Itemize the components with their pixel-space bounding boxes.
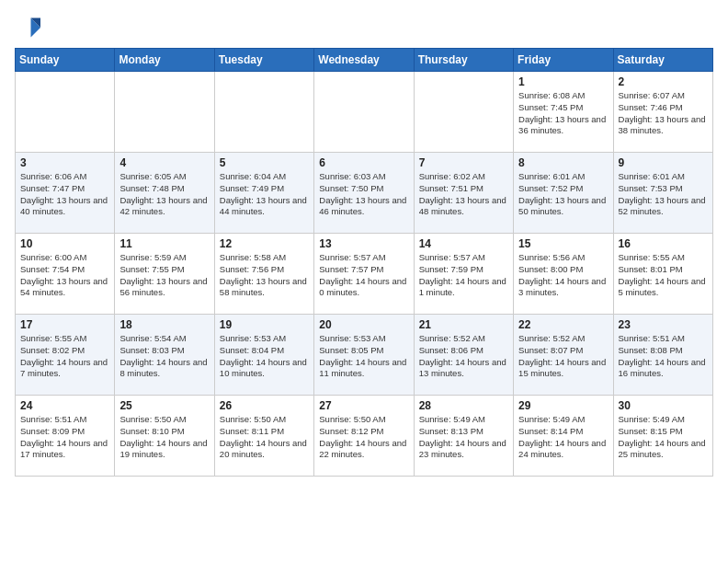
calendar-cell: 5Sunrise: 6:04 AM Sunset: 7:49 PM Daylig… xyxy=(214,153,313,234)
calendar-cell: 14Sunrise: 5:57 AM Sunset: 7:59 PM Dayli… xyxy=(414,234,513,315)
calendar-cell: 9Sunrise: 6:01 AM Sunset: 7:53 PM Daylig… xyxy=(613,153,712,234)
day-number: 30 xyxy=(619,399,708,412)
day-info: Sunrise: 5:58 AM Sunset: 7:56 PM Dayligh… xyxy=(220,252,309,299)
calendar-cell: 19Sunrise: 5:53 AM Sunset: 8:04 PM Dayli… xyxy=(214,315,313,396)
day-number: 3 xyxy=(20,156,109,169)
day-info: Sunrise: 5:52 AM Sunset: 8:07 PM Dayligh… xyxy=(518,333,608,380)
calendar-cell: 4Sunrise: 6:05 AM Sunset: 7:48 PM Daylig… xyxy=(115,153,214,234)
calendar-cell: 12Sunrise: 5:58 AM Sunset: 7:56 PM Dayli… xyxy=(214,234,313,315)
day-number: 16 xyxy=(619,237,708,250)
calendar-cell xyxy=(314,72,414,153)
calendar-cell: 29Sunrise: 5:49 AM Sunset: 8:14 PM Dayli… xyxy=(514,396,613,477)
day-number: 29 xyxy=(518,399,608,412)
day-number: 14 xyxy=(419,237,508,250)
calendar-cell xyxy=(115,72,214,153)
day-info: Sunrise: 5:55 AM Sunset: 8:02 PM Dayligh… xyxy=(20,333,109,380)
day-info: Sunrise: 6:05 AM Sunset: 7:48 PM Dayligh… xyxy=(119,171,209,218)
day-number: 24 xyxy=(20,399,109,412)
calendar-header-friday: Friday xyxy=(514,49,613,72)
day-info: Sunrise: 6:02 AM Sunset: 7:51 PM Dayligh… xyxy=(419,171,508,218)
calendar-cell: 23Sunrise: 5:51 AM Sunset: 8:08 PM Dayli… xyxy=(613,315,712,396)
logo xyxy=(15,15,44,40)
calendar-cell: 13Sunrise: 5:57 AM Sunset: 7:57 PM Dayli… xyxy=(314,234,414,315)
day-info: Sunrise: 6:06 AM Sunset: 7:47 PM Dayligh… xyxy=(20,171,109,218)
calendar-cell: 1Sunrise: 6:08 AM Sunset: 7:45 PM Daylig… xyxy=(514,72,613,153)
day-number: 26 xyxy=(220,399,309,412)
day-info: Sunrise: 5:52 AM Sunset: 8:06 PM Dayligh… xyxy=(419,333,508,380)
day-number: 4 xyxy=(119,156,209,169)
calendar-cell xyxy=(414,72,513,153)
day-info: Sunrise: 5:57 AM Sunset: 7:59 PM Dayligh… xyxy=(419,252,508,299)
day-info: Sunrise: 6:07 AM Sunset: 7:46 PM Dayligh… xyxy=(619,90,708,137)
logo-icon xyxy=(15,15,40,40)
day-info: Sunrise: 5:56 AM Sunset: 8:00 PM Dayligh… xyxy=(518,252,608,299)
calendar-cell: 26Sunrise: 5:50 AM Sunset: 8:11 PM Dayli… xyxy=(214,396,313,477)
calendar-cell: 7Sunrise: 6:02 AM Sunset: 7:51 PM Daylig… xyxy=(414,153,513,234)
day-info: Sunrise: 6:04 AM Sunset: 7:49 PM Dayligh… xyxy=(220,171,309,218)
calendar-week-4: 17Sunrise: 5:55 AM Sunset: 8:02 PM Dayli… xyxy=(16,315,713,396)
calendar-week-2: 3Sunrise: 6:06 AM Sunset: 7:47 PM Daylig… xyxy=(16,153,713,234)
day-number: 10 xyxy=(20,237,109,250)
day-info: Sunrise: 5:54 AM Sunset: 8:03 PM Dayligh… xyxy=(119,333,209,380)
calendar-cell: 8Sunrise: 6:01 AM Sunset: 7:52 PM Daylig… xyxy=(514,153,613,234)
calendar-header-sunday: Sunday xyxy=(16,49,115,72)
calendar-week-5: 24Sunrise: 5:51 AM Sunset: 8:09 PM Dayli… xyxy=(16,396,713,477)
day-number: 2 xyxy=(619,75,708,88)
calendar-cell xyxy=(16,72,115,153)
day-number: 1 xyxy=(518,75,608,88)
day-info: Sunrise: 6:01 AM Sunset: 7:52 PM Dayligh… xyxy=(518,171,608,218)
calendar-cell: 30Sunrise: 5:49 AM Sunset: 8:15 PM Dayli… xyxy=(613,396,712,477)
day-info: Sunrise: 5:51 AM Sunset: 8:09 PM Dayligh… xyxy=(20,414,109,461)
calendar-header-row: SundayMondayTuesdayWednesdayThursdayFrid… xyxy=(16,49,713,72)
calendar-cell: 17Sunrise: 5:55 AM Sunset: 8:02 PM Dayli… xyxy=(16,315,115,396)
day-number: 8 xyxy=(518,156,608,169)
calendar-header-wednesday: Wednesday xyxy=(314,49,414,72)
day-number: 23 xyxy=(619,318,708,331)
day-number: 17 xyxy=(20,318,109,331)
day-info: Sunrise: 6:00 AM Sunset: 7:54 PM Dayligh… xyxy=(20,252,109,299)
calendar-week-1: 1Sunrise: 6:08 AM Sunset: 7:45 PM Daylig… xyxy=(16,72,713,153)
day-number: 22 xyxy=(518,318,608,331)
day-number: 5 xyxy=(220,156,309,169)
header xyxy=(15,15,713,40)
day-info: Sunrise: 5:49 AM Sunset: 8:15 PM Dayligh… xyxy=(619,414,708,461)
day-info: Sunrise: 5:51 AM Sunset: 8:08 PM Dayligh… xyxy=(619,333,708,380)
calendar-header-tuesday: Tuesday xyxy=(214,49,313,72)
day-info: Sunrise: 5:49 AM Sunset: 8:13 PM Dayligh… xyxy=(419,414,508,461)
day-info: Sunrise: 5:50 AM Sunset: 8:12 PM Dayligh… xyxy=(319,414,408,461)
calendar-cell: 2Sunrise: 6:07 AM Sunset: 7:46 PM Daylig… xyxy=(613,72,712,153)
day-number: 18 xyxy=(119,318,209,331)
calendar-cell: 11Sunrise: 5:59 AM Sunset: 7:55 PM Dayli… xyxy=(115,234,214,315)
day-info: Sunrise: 5:50 AM Sunset: 8:11 PM Dayligh… xyxy=(220,414,309,461)
day-number: 19 xyxy=(220,318,309,331)
calendar-cell: 10Sunrise: 6:00 AM Sunset: 7:54 PM Dayli… xyxy=(16,234,115,315)
day-number: 25 xyxy=(119,399,209,412)
day-number: 20 xyxy=(319,318,408,331)
calendar-cell: 24Sunrise: 5:51 AM Sunset: 8:09 PM Dayli… xyxy=(16,396,115,477)
calendar-table: SundayMondayTuesdayWednesdayThursdayFrid… xyxy=(15,48,713,477)
day-info: Sunrise: 5:55 AM Sunset: 8:01 PM Dayligh… xyxy=(619,252,708,299)
calendar-cell: 6Sunrise: 6:03 AM Sunset: 7:50 PM Daylig… xyxy=(314,153,414,234)
calendar-cell: 25Sunrise: 5:50 AM Sunset: 8:10 PM Dayli… xyxy=(115,396,214,477)
day-info: Sunrise: 6:03 AM Sunset: 7:50 PM Dayligh… xyxy=(319,171,408,218)
calendar-header-thursday: Thursday xyxy=(414,49,513,72)
day-number: 6 xyxy=(319,156,408,169)
calendar-cell: 15Sunrise: 5:56 AM Sunset: 8:00 PM Dayli… xyxy=(514,234,613,315)
day-number: 28 xyxy=(419,399,508,412)
calendar-cell: 27Sunrise: 5:50 AM Sunset: 8:12 PM Dayli… xyxy=(314,396,414,477)
day-info: Sunrise: 5:53 AM Sunset: 8:04 PM Dayligh… xyxy=(220,333,309,380)
calendar-week-3: 10Sunrise: 6:00 AM Sunset: 7:54 PM Dayli… xyxy=(16,234,713,315)
calendar-cell: 16Sunrise: 5:55 AM Sunset: 8:01 PM Dayli… xyxy=(613,234,712,315)
page: SundayMondayTuesdayWednesdayThursdayFrid… xyxy=(0,0,728,486)
day-number: 21 xyxy=(419,318,508,331)
day-number: 13 xyxy=(319,237,408,250)
day-number: 15 xyxy=(518,237,608,250)
day-number: 12 xyxy=(220,237,309,250)
day-info: Sunrise: 5:50 AM Sunset: 8:10 PM Dayligh… xyxy=(119,414,209,461)
calendar-cell: 18Sunrise: 5:54 AM Sunset: 8:03 PM Dayli… xyxy=(115,315,214,396)
day-info: Sunrise: 6:01 AM Sunset: 7:53 PM Dayligh… xyxy=(619,171,708,218)
day-number: 9 xyxy=(619,156,708,169)
day-info: Sunrise: 5:59 AM Sunset: 7:55 PM Dayligh… xyxy=(119,252,209,299)
calendar-cell: 28Sunrise: 5:49 AM Sunset: 8:13 PM Dayli… xyxy=(414,396,513,477)
day-info: Sunrise: 5:57 AM Sunset: 7:57 PM Dayligh… xyxy=(319,252,408,299)
